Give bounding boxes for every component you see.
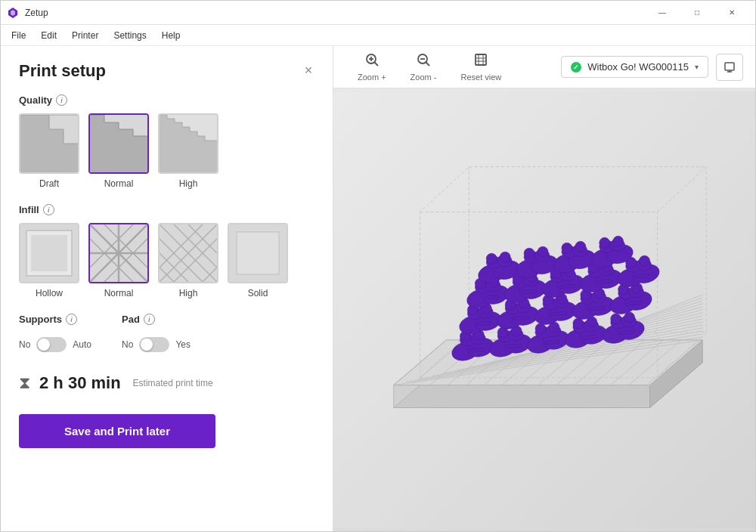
quality-high-box xyxy=(158,113,218,174)
panel-close-button[interactable]: × xyxy=(298,60,319,81)
reset-view-icon xyxy=(473,52,488,71)
infill-normal-pattern-svg xyxy=(90,224,147,282)
zoom-in-icon xyxy=(364,52,380,71)
print-time: 2 h 30 min xyxy=(39,373,121,393)
quality-high-tile[interactable]: High xyxy=(158,113,218,189)
action-icon xyxy=(723,61,736,73)
3d-viewport[interactable] xyxy=(333,88,755,531)
printer-status-icon xyxy=(571,62,581,73)
svg-point-206 xyxy=(562,243,572,253)
menu-settings[interactable]: Settings xyxy=(106,27,153,44)
quality-info-icon[interactable]: i xyxy=(56,94,67,106)
svg-rect-20 xyxy=(31,235,67,271)
infill-normal-tile[interactable]: Normal xyxy=(88,223,149,298)
normal-pattern-svg xyxy=(90,115,147,172)
infill-normal-box xyxy=(88,223,149,283)
viewport-toolbar: Zoom + Zoom - xyxy=(333,46,755,88)
supports-info-icon[interactable]: i xyxy=(66,314,77,325)
hollow-pattern-svg xyxy=(20,224,78,282)
supports-label: Supports i xyxy=(19,314,91,325)
zoom-out-button[interactable]: Zoom - xyxy=(398,48,449,86)
zoom-in-button[interactable]: Zoom + xyxy=(345,48,398,86)
zoom-out-label: Zoom - xyxy=(411,73,437,82)
3d-scene-svg xyxy=(333,88,755,531)
printer-dropdown-icon: ▾ xyxy=(695,63,699,71)
supports-toggle-row: No Auto xyxy=(19,337,91,352)
minimize-button[interactable]: — xyxy=(645,1,680,25)
menu-help[interactable]: Help xyxy=(154,27,188,44)
quality-high-label: High xyxy=(179,178,198,189)
title-bar-left: Zetup xyxy=(7,7,48,19)
svg-point-189 xyxy=(640,255,650,266)
svg-point-128 xyxy=(611,314,621,324)
printer-name: Witbox Go! WG000115 xyxy=(587,61,689,73)
infill-high-label: High xyxy=(179,288,198,298)
infill-hollow-tile[interactable]: Hollow xyxy=(19,223,79,298)
time-estimate-row: ⧗ 2 h 30 min Estimated print time xyxy=(19,373,314,393)
high-pattern-svg xyxy=(160,115,217,172)
svg-rect-55 xyxy=(725,63,734,70)
time-sublabel: Estimated print time xyxy=(133,378,213,388)
pad-group: Pad i No Yes xyxy=(122,314,191,352)
infill-hollow-label: Hollow xyxy=(36,288,63,298)
pad-label: Pad i xyxy=(122,314,191,325)
pad-toggle-row: No Yes xyxy=(122,337,191,352)
app-icon xyxy=(7,7,19,19)
svg-point-207 xyxy=(575,241,586,252)
supports-group: Supports i No Auto xyxy=(19,314,91,352)
menu-edit[interactable]: Edit xyxy=(33,27,64,44)
toolbar-action-button[interactable] xyxy=(716,54,743,81)
supports-toggle-knob xyxy=(38,339,50,351)
infill-high-box xyxy=(158,223,218,283)
title-bar: Zetup — □ ✕ xyxy=(1,1,755,25)
svg-point-194 xyxy=(486,253,497,264)
supports-pad-row: Supports i No Auto Pad i xyxy=(19,314,314,352)
pad-yes-label: Yes xyxy=(175,339,191,350)
infill-high-tile[interactable]: High xyxy=(158,223,218,298)
hourglass-icon: ⧗ xyxy=(19,373,30,393)
print-setup-panel: Print setup × Quality i xyxy=(1,46,333,531)
svg-point-122 xyxy=(573,318,584,329)
infill-info-icon[interactable]: i xyxy=(43,204,54,215)
infill-solid-box xyxy=(228,223,288,283)
quality-tiles: Draft xyxy=(19,113,314,189)
menu-file[interactable]: File xyxy=(4,27,33,44)
svg-point-195 xyxy=(500,252,510,262)
quality-normal-label: Normal xyxy=(104,178,134,189)
app-window: Zetup — □ ✕ File Edit Printer Settings H… xyxy=(0,0,756,532)
window-close-button[interactable]: ✕ xyxy=(714,1,749,25)
zoom-out-icon xyxy=(416,52,431,71)
main-area: Print setup × Quality i xyxy=(1,46,755,531)
quality-normal-tile[interactable]: Normal xyxy=(88,113,149,189)
pad-no-label: No xyxy=(122,339,133,350)
maximize-button[interactable]: □ xyxy=(680,1,714,25)
quality-draft-box xyxy=(19,113,79,174)
quality-normal-box xyxy=(88,113,149,174)
supports-toggle[interactable] xyxy=(36,337,67,352)
pad-toggle-knob xyxy=(141,339,153,351)
svg-line-49 xyxy=(426,63,430,66)
supports-no-label: No xyxy=(19,339,30,350)
quality-draft-label: Draft xyxy=(39,178,59,189)
reset-view-button[interactable]: Reset view xyxy=(448,48,513,86)
app-title: Zetup xyxy=(25,8,48,18)
svg-point-200 xyxy=(524,248,534,258)
infill-normal-label: Normal xyxy=(104,288,134,298)
svg-point-129 xyxy=(624,312,635,323)
menu-printer[interactable]: Printer xyxy=(64,27,106,44)
infill-tiles: Hollow xyxy=(19,223,314,298)
draft-pattern-svg xyxy=(20,115,78,172)
printer-selector[interactable]: Witbox Go! WG000115 ▾ xyxy=(561,56,708,78)
infill-solid-tile[interactable]: Solid xyxy=(228,223,288,298)
reset-view-label: Reset view xyxy=(460,73,501,82)
pad-toggle[interactable] xyxy=(139,337,169,352)
svg-line-46 xyxy=(374,63,378,66)
svg-point-213 xyxy=(613,236,624,246)
svg-point-116 xyxy=(535,323,546,334)
pad-info-icon[interactable]: i xyxy=(144,314,155,325)
quality-draft-tile[interactable]: Draft xyxy=(19,113,79,189)
zoom-in-label: Zoom + xyxy=(358,73,386,82)
quality-section-label: Quality i xyxy=(19,94,314,106)
panel-title: Print setup xyxy=(19,61,314,81)
save-print-button[interactable]: Save and Print later xyxy=(19,414,215,448)
